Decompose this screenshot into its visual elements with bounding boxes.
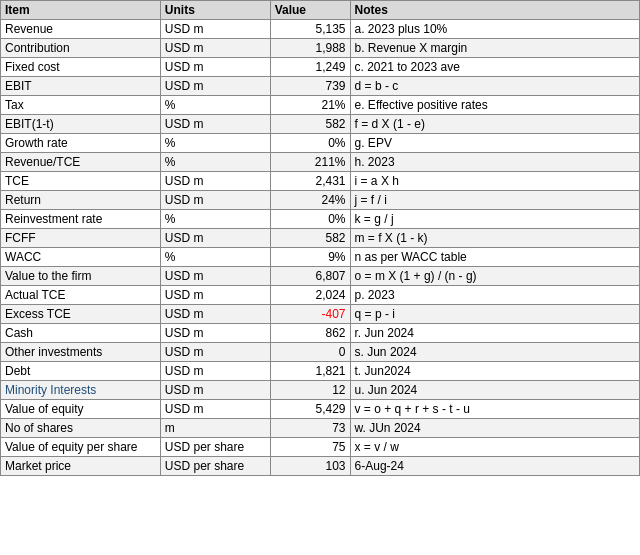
cell-units: USD m — [160, 39, 270, 58]
cell-item: TCE — [1, 172, 161, 191]
cell-units: % — [160, 96, 270, 115]
table-row: EBITUSD m739d = b - c — [1, 77, 640, 96]
cell-value: 5,135 — [270, 20, 350, 39]
cell-value: 582 — [270, 229, 350, 248]
financial-table: Item Units Value Notes RevenueUSD m5,135… — [0, 0, 640, 476]
cell-value: 862 — [270, 324, 350, 343]
cell-item: No of shares — [1, 419, 161, 438]
table-row: TCEUSD m2,431i = a X h — [1, 172, 640, 191]
cell-notes: w. JUn 2024 — [350, 419, 639, 438]
cell-item: Tax — [1, 96, 161, 115]
cell-value: 73 — [270, 419, 350, 438]
table-row: ContributionUSD m1,988b. Revenue X margi… — [1, 39, 640, 58]
cell-value: 5,429 — [270, 400, 350, 419]
cell-units: USD m — [160, 400, 270, 419]
cell-units: USD m — [160, 305, 270, 324]
cell-value: 2,431 — [270, 172, 350, 191]
cell-units: USD m — [160, 362, 270, 381]
cell-value: 582 — [270, 115, 350, 134]
cell-notes: q = p - i — [350, 305, 639, 324]
cell-notes: b. Revenue X margin — [350, 39, 639, 58]
cell-item: Debt — [1, 362, 161, 381]
cell-notes: u. Jun 2024 — [350, 381, 639, 400]
cell-item: Value of equity — [1, 400, 161, 419]
cell-units: USD m — [160, 77, 270, 96]
cell-item: WACC — [1, 248, 161, 267]
cell-units: % — [160, 248, 270, 267]
cell-notes: o = m X (1 + g) / (n - g) — [350, 267, 639, 286]
table-row: Other investmentsUSD m0s. Jun 2024 — [1, 343, 640, 362]
cell-value: 75 — [270, 438, 350, 457]
cell-units: USD m — [160, 191, 270, 210]
table-row: Value to the firmUSD m6,807o = m X (1 + … — [1, 267, 640, 286]
cell-value: 0% — [270, 210, 350, 229]
header-notes: Notes — [350, 1, 639, 20]
cell-units: USD m — [160, 381, 270, 400]
table-row: Fixed costUSD m1,249c. 2021 to 2023 ave — [1, 58, 640, 77]
cell-value: 9% — [270, 248, 350, 267]
cell-item: Revenue/TCE — [1, 153, 161, 172]
cell-units: USD m — [160, 324, 270, 343]
table-row: RevenueUSD m5,135a. 2023 plus 10% — [1, 20, 640, 39]
cell-units: % — [160, 153, 270, 172]
cell-notes: h. 2023 — [350, 153, 639, 172]
header-units: Units — [160, 1, 270, 20]
cell-units: USD m — [160, 115, 270, 134]
cell-units: USD per share — [160, 438, 270, 457]
cell-notes: c. 2021 to 2023 ave — [350, 58, 639, 77]
cell-notes: x = v / w — [350, 438, 639, 457]
cell-item: EBIT — [1, 77, 161, 96]
cell-item: Growth rate — [1, 134, 161, 153]
table-row: Tax%21%e. Effective positive rates — [1, 96, 640, 115]
cell-value: 1,821 — [270, 362, 350, 381]
cell-value: 0% — [270, 134, 350, 153]
cell-notes: t. Jun2024 — [350, 362, 639, 381]
cell-notes: s. Jun 2024 — [350, 343, 639, 362]
cell-notes: m = f X (1 - k) — [350, 229, 639, 248]
table-row: No of sharesm73w. JUn 2024 — [1, 419, 640, 438]
table-row: CashUSD m862r. Jun 2024 — [1, 324, 640, 343]
cell-value: 21% — [270, 96, 350, 115]
cell-notes: j = f / i — [350, 191, 639, 210]
cell-value: 2,024 — [270, 286, 350, 305]
cell-value: 12 — [270, 381, 350, 400]
table-row: WACC%9%n as per WACC table — [1, 248, 640, 267]
table-row: Minority InterestsUSD m12u. Jun 2024 — [1, 381, 640, 400]
cell-item: Actual TCE — [1, 286, 161, 305]
table-row: Value of equityUSD m5,429v = o + q + r +… — [1, 400, 640, 419]
cell-item: Other investments — [1, 343, 161, 362]
cell-item: Reinvestment rate — [1, 210, 161, 229]
table-row: Actual TCEUSD m2,024p. 2023 — [1, 286, 640, 305]
table-row: FCFFUSD m582m = f X (1 - k) — [1, 229, 640, 248]
cell-notes: a. 2023 plus 10% — [350, 20, 639, 39]
table-row: Value of equity per shareUSD per share75… — [1, 438, 640, 457]
cell-units: USD m — [160, 20, 270, 39]
cell-item: Revenue — [1, 20, 161, 39]
cell-item: Minority Interests — [1, 381, 161, 400]
cell-item: Excess TCE — [1, 305, 161, 324]
cell-item: Value to the firm — [1, 267, 161, 286]
header-value: Value — [270, 1, 350, 20]
cell-notes: p. 2023 — [350, 286, 639, 305]
cell-units: USD m — [160, 267, 270, 286]
cell-units: m — [160, 419, 270, 438]
cell-item: Value of equity per share — [1, 438, 161, 457]
cell-notes: g. EPV — [350, 134, 639, 153]
table-row: Excess TCEUSD m-407q = p - i — [1, 305, 640, 324]
cell-notes: f = d X (1 - e) — [350, 115, 639, 134]
table-row: EBIT(1-t)USD m582f = d X (1 - e) — [1, 115, 640, 134]
cell-item: Fixed cost — [1, 58, 161, 77]
cell-units: USD m — [160, 58, 270, 77]
cell-units: USD m — [160, 172, 270, 191]
cell-units: USD m — [160, 286, 270, 305]
cell-units: % — [160, 134, 270, 153]
table-row: Revenue/TCE%211%h. 2023 — [1, 153, 640, 172]
cell-value: 6,807 — [270, 267, 350, 286]
cell-value: 1,249 — [270, 58, 350, 77]
cell-value: 211% — [270, 153, 350, 172]
cell-value: 24% — [270, 191, 350, 210]
cell-notes: r. Jun 2024 — [350, 324, 639, 343]
table-row: DebtUSD m1,821t. Jun2024 — [1, 362, 640, 381]
cell-notes: d = b - c — [350, 77, 639, 96]
cell-item: Cash — [1, 324, 161, 343]
